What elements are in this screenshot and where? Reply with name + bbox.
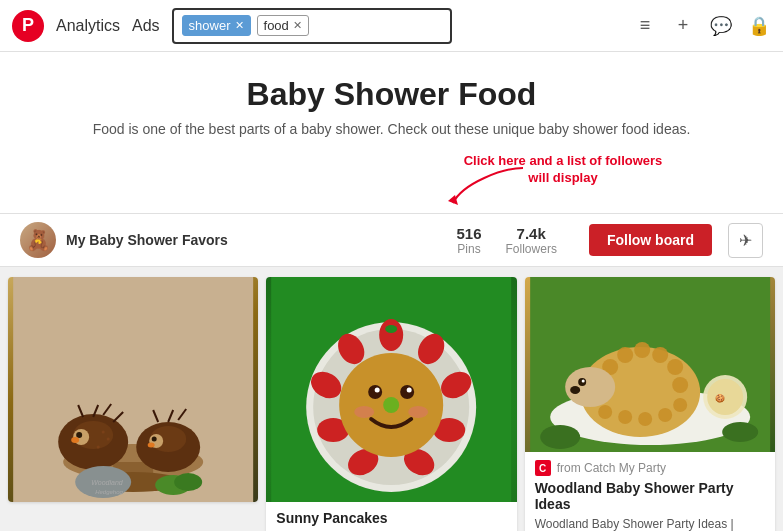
board-info-row: 🧸 My Baby Shower Favors 516 Pins 7.4k Fo… — [0, 213, 783, 267]
pin-card-2[interactable]: Sunny Pancakes — [266, 277, 516, 531]
svg-point-64 — [638, 412, 652, 426]
svg-point-63 — [618, 410, 632, 424]
lock-icon[interactable]: 🔒 — [747, 14, 771, 38]
svg-point-46 — [375, 388, 380, 393]
source-icon-3: C — [535, 460, 551, 476]
svg-point-74 — [540, 425, 580, 449]
pin-title-2: Sunny Pancakes — [276, 510, 506, 526]
svg-point-58 — [667, 359, 683, 375]
svg-point-48 — [383, 397, 399, 413]
svg-point-57 — [652, 347, 668, 363]
tag-shower-close[interactable]: ✕ — [235, 19, 244, 32]
pin-image-1: Woodland Hedgehog — [8, 277, 258, 502]
svg-point-49 — [354, 406, 374, 418]
svg-point-29 — [174, 473, 202, 491]
svg-point-75 — [722, 422, 758, 442]
followers-label: Followers — [506, 242, 557, 256]
board-owner: 🧸 My Baby Shower Favors — [20, 222, 441, 258]
send-button[interactable]: ✈ — [728, 223, 763, 258]
analytics-link[interactable]: Analytics — [56, 17, 120, 35]
pin-title-3: Woodland Baby Shower Party Ideas — [535, 480, 765, 512]
svg-point-8 — [76, 432, 82, 438]
svg-point-42 — [385, 325, 397, 333]
svg-point-66 — [673, 398, 687, 412]
chat-icon[interactable]: 💬 — [709, 14, 733, 38]
followers-stat[interactable]: 7.4k Followers — [506, 225, 557, 256]
svg-point-47 — [407, 388, 412, 393]
board-header: Baby Shower Food Food is one of the best… — [0, 52, 783, 153]
svg-point-45 — [400, 385, 414, 399]
search-bar: shower ✕ food ✕ — [172, 8, 452, 44]
pin-source-3: C from Catch My Party — [535, 460, 765, 476]
board-description: Food is one of the best parts of a baby … — [92, 121, 692, 137]
svg-point-59 — [672, 377, 688, 393]
svg-point-55 — [617, 347, 633, 363]
pin-column-1: Woodland Hedgehog — [8, 277, 258, 531]
pin-image-3: 🍪 — [525, 277, 775, 452]
pin-column-2: Sunny Pancakes — [266, 277, 516, 531]
svg-point-18 — [148, 443, 155, 448]
pin-body-2: Sunny Pancakes — [266, 502, 516, 531]
tag-food[interactable]: food ✕ — [257, 15, 309, 36]
svg-point-33 — [379, 319, 403, 351]
pin-card-3[interactable]: 🍪 C from Catch My Party Woodland Baby Sh… — [525, 277, 775, 531]
svg-point-44 — [368, 385, 382, 399]
nav-icons: ≡ + 💬 🔒 — [633, 14, 771, 38]
pins-count: 516 — [457, 225, 482, 242]
hedgehog-cheese-svg: 🍪 — [525, 277, 775, 452]
tag-food-close[interactable]: ✕ — [293, 19, 302, 32]
svg-point-17 — [152, 437, 157, 442]
svg-point-65 — [658, 408, 672, 422]
svg-point-50 — [408, 406, 428, 418]
annotation-area: Click here and a list of followers will … — [60, 153, 723, 213]
pins-label: Pins — [457, 242, 482, 256]
hedgehog-treats-svg: Woodland Hedgehog — [8, 277, 258, 502]
pin-desc-3: Woodland Baby Shower Party Ideas | Photo… — [535, 516, 765, 531]
board-title: Baby Shower Food — [60, 76, 723, 113]
tag-shower[interactable]: shower ✕ — [182, 15, 251, 36]
grid-icon[interactable]: ≡ — [633, 14, 657, 38]
ads-link[interactable]: Ads — [132, 17, 160, 35]
svg-point-24 — [97, 446, 100, 449]
svg-text:Woodland: Woodland — [91, 479, 124, 486]
owner-avatar[interactable]: 🧸 — [20, 222, 56, 258]
owner-name[interactable]: My Baby Shower Favors — [66, 232, 228, 248]
svg-text:🍪: 🍪 — [715, 393, 725, 403]
pins-stat: 516 Pins — [457, 225, 482, 256]
pin-image-2 — [266, 277, 516, 502]
plus-icon[interactable]: + — [671, 14, 695, 38]
svg-point-56 — [634, 342, 650, 358]
svg-point-22 — [102, 431, 105, 434]
navbar: P Analytics Ads shower ✕ food ✕ ≡ + 💬 🔒 — [0, 0, 783, 52]
board-stats: 516 Pins 7.4k Followers — [457, 225, 557, 256]
annotation-arrow — [443, 163, 533, 208]
pin-body-3: C from Catch My Party Woodland Baby Show… — [525, 452, 775, 531]
svg-point-69 — [581, 380, 584, 383]
svg-point-9 — [71, 437, 79, 443]
svg-point-62 — [598, 405, 612, 419]
sunny-pancakes-svg — [266, 277, 516, 502]
svg-text:Hedgehog: Hedgehog — [95, 489, 123, 495]
pin-grid: Woodland Hedgehog — [0, 267, 783, 531]
svg-point-72 — [707, 379, 743, 415]
pinterest-logo[interactable]: P — [12, 10, 44, 42]
svg-point-23 — [107, 438, 110, 441]
follow-board-button[interactable]: Follow board — [589, 224, 712, 256]
svg-point-70 — [570, 386, 580, 394]
pin-column-3: 🍪 C from Catch My Party Woodland Baby Sh… — [525, 277, 775, 531]
pin-card-1[interactable]: Woodland Hedgehog — [8, 277, 258, 502]
followers-count: 7.4k — [506, 225, 557, 242]
